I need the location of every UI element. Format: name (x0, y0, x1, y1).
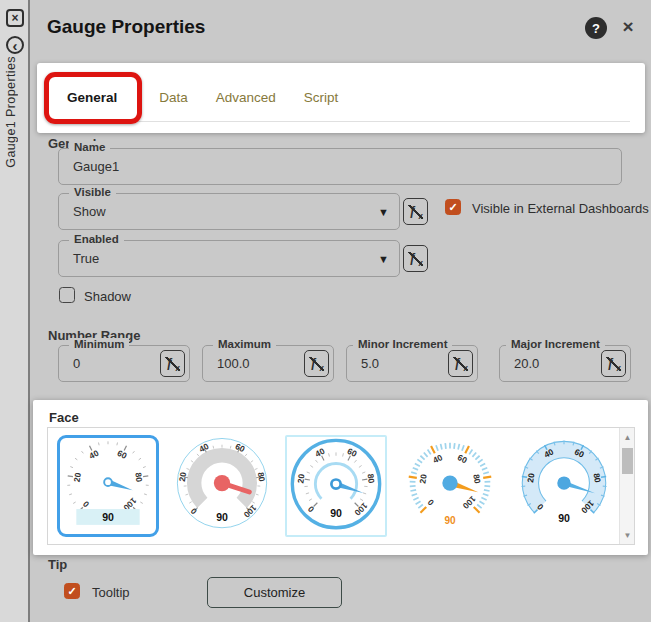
minimum-field[interactable]: Minimum 0 ƒx (58, 345, 190, 382)
svg-text:0: 0 (425, 497, 436, 508)
svg-text:20: 20 (295, 473, 306, 484)
svg-text:60: 60 (346, 446, 359, 459)
fx-expression-icon: ƒx (309, 356, 324, 372)
svg-text:80: 80 (592, 472, 603, 483)
visible-dropdown[interactable]: Visible Show ▼ (58, 193, 400, 230)
face-list-scrollbar[interactable]: ▲ ▼ (619, 428, 634, 544)
major-increment-expression-button[interactable]: ƒx (601, 350, 626, 377)
minimum-expression-button[interactable]: ƒx (160, 350, 185, 377)
section-tip-label: Tip (48, 557, 67, 572)
fx-expression-icon: ƒx (606, 356, 621, 372)
visible-dropdown-label: Visible (69, 186, 116, 198)
minor-increment-field-label: Minor Increment (353, 338, 452, 350)
minor-increment-field-value: 5.0 (361, 356, 379, 371)
enabled-expression-button[interactable]: ƒx (403, 245, 428, 272)
name-field-label: Name (69, 141, 110, 153)
tab-strip: General Data Advanced Script (37, 63, 645, 133)
tab-divider (52, 121, 630, 122)
minimum-field-label: Minimum (69, 338, 129, 350)
svg-text:20: 20 (417, 473, 428, 484)
face-style-list: 02040608010090 02040608010090 0204060801… (47, 427, 635, 545)
maximum-field-value: 100.0 (217, 356, 250, 371)
minor-increment-field[interactable]: Minor Increment 5.0 ƒx (346, 345, 478, 382)
major-increment-field-value: 20.0 (514, 356, 539, 371)
shadow-label: Shadow (84, 289, 131, 304)
svg-text:90: 90 (444, 515, 456, 526)
fx-expression-icon: ƒx (453, 356, 468, 372)
gauge-face-option-gray-arc[interactable]: 02040608010090 (171, 435, 273, 537)
fx-expression-icon: ƒx (408, 251, 423, 267)
svg-text:90: 90 (102, 511, 114, 523)
gauge-face-option-classic[interactable]: 02040608010090 (57, 435, 159, 537)
gauge-properties-panel: × ‹ Gauge1 Properties Gauge Properties ?… (0, 0, 651, 622)
fx-expression-icon: ƒx (165, 356, 180, 372)
svg-text:100: 100 (241, 503, 258, 520)
enabled-dropdown[interactable]: Enabled True ▼ (58, 240, 400, 277)
maximum-field-label: Maximum (213, 338, 276, 350)
minor-increment-expression-button[interactable]: ƒx (448, 350, 473, 377)
chevron-down-icon: ▼ (378, 206, 389, 218)
svg-text:80: 80 (133, 472, 144, 483)
section-face-label: Face (49, 410, 79, 425)
svg-text:40: 40 (87, 448, 100, 461)
svg-text:60: 60 (456, 452, 469, 465)
panel-main: Gauge Properties ? × General Data Advanc… (32, 0, 651, 622)
page-title: Gauge Properties (47, 16, 205, 38)
rail-close-icon[interactable]: × (6, 9, 24, 27)
svg-text:90: 90 (330, 507, 342, 519)
svg-text:60: 60 (116, 448, 129, 461)
svg-text:80: 80 (256, 471, 267, 482)
face-section-card: Face 02040608010090 02040608010090 02040… (33, 400, 648, 555)
maximum-field[interactable]: Maximum 100.0 ƒx (202, 345, 334, 382)
scroll-down-icon[interactable]: ▼ (620, 528, 635, 542)
help-icon[interactable]: ? (585, 17, 607, 39)
svg-text:20: 20 (177, 471, 188, 482)
tooltip-checkbox[interactable]: ✓ (64, 583, 80, 599)
customize-button[interactable]: Customize (207, 577, 342, 608)
gauge-face-option-blue-band[interactable]: 02040608010090 (513, 435, 615, 537)
svg-text:90: 90 (216, 511, 228, 523)
svg-text:0: 0 (81, 499, 92, 510)
maximum-expression-button[interactable]: ƒx (304, 350, 329, 377)
tab-script[interactable]: Script (302, 90, 341, 105)
collapse-panel-icon[interactable]: ‹ (6, 36, 24, 54)
minimum-field-value: 0 (73, 356, 80, 371)
tab-advanced[interactable]: Advanced (214, 90, 278, 105)
major-increment-field-label: Major Increment (506, 338, 605, 350)
scrollbar-thumb[interactable] (622, 448, 633, 474)
name-field[interactable]: Name Gauge1 (58, 148, 622, 185)
side-rail: × ‹ Gauge1 Properties (0, 0, 30, 622)
visible-external-dashboards-checkbox[interactable]: ✓ (445, 199, 461, 215)
rail-panel-label: Gauge1 Properties (4, 56, 18, 168)
chevron-down-icon: ▼ (378, 253, 389, 265)
svg-text:90: 90 (558, 512, 570, 524)
tab-data[interactable]: Data (157, 90, 190, 105)
gauge-face-option-blue-rings[interactable]: 02040608010090 (285, 435, 387, 537)
visible-external-dashboards-label: Visible in External Dashboards (472, 201, 649, 216)
visible-expression-button[interactable]: ƒx (403, 198, 428, 225)
scroll-up-icon[interactable]: ▲ (620, 430, 635, 444)
svg-text:20: 20 (72, 472, 83, 483)
major-increment-field[interactable]: Major Increment 20.0 ƒx (499, 345, 631, 382)
gauge-face-option-orange-ticks[interactable]: 02040608010090 (399, 435, 501, 537)
close-icon[interactable]: × (617, 16, 639, 38)
name-field-value: Gauge1 (73, 159, 119, 174)
visible-dropdown-value: Show (73, 204, 106, 219)
svg-text:40: 40 (313, 446, 326, 459)
enabled-dropdown-value: True (73, 251, 99, 266)
svg-text:40: 40 (431, 452, 444, 465)
enabled-dropdown-label: Enabled (69, 233, 124, 245)
tab-general[interactable]: General (65, 90, 119, 105)
fx-expression-icon: ƒx (408, 204, 423, 220)
tooltip-label: Tooltip (92, 585, 130, 600)
shadow-checkbox[interactable] (59, 287, 75, 303)
svg-text:20: 20 (525, 472, 536, 483)
svg-text:80: 80 (471, 473, 482, 484)
